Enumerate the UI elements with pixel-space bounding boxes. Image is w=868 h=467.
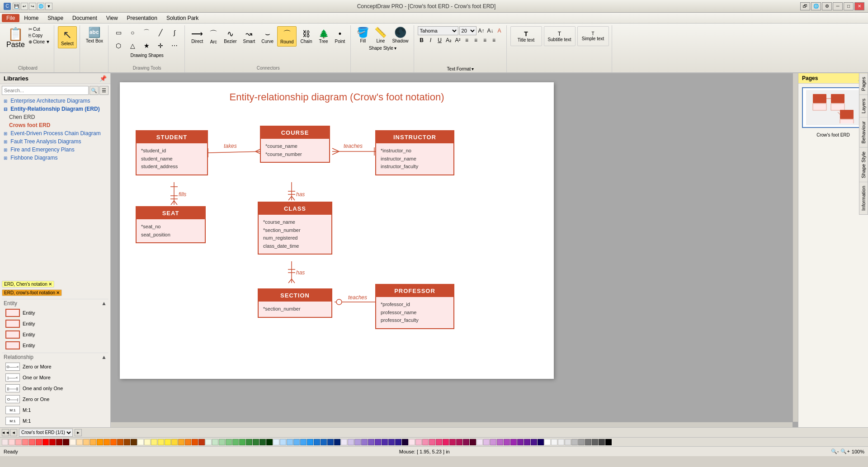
color-swatch[interactable] xyxy=(131,439,137,445)
close-btn[interactable]: ✕ xyxy=(854,2,864,10)
color-swatch[interactable] xyxy=(314,439,320,445)
arc-tool[interactable]: ⌒ xyxy=(140,26,153,39)
color-swatch[interactable] xyxy=(334,439,340,445)
sidebar-item-chen[interactable]: Chen ERD xyxy=(0,113,110,121)
color-swatch[interactable] xyxy=(395,439,401,445)
cut-button[interactable]: ✂ Cut xyxy=(28,26,51,32)
color-swatch[interactable] xyxy=(375,439,381,445)
font-select[interactable]: Tahoma xyxy=(418,26,458,35)
shape-entity-3[interactable]: Entity xyxy=(2,329,108,340)
page-thumbnail[interactable] xyxy=(802,87,864,128)
redo-icon[interactable]: ↪ xyxy=(29,3,36,10)
color-swatch[interactable] xyxy=(551,439,557,445)
color-swatch[interactable] xyxy=(97,439,103,445)
horizontal-scrollbar[interactable] xyxy=(111,422,793,427)
color-swatch[interactable] xyxy=(293,439,300,445)
internet-btn[interactable]: 🌐 xyxy=(811,2,821,10)
page-prev-btn[interactable]: ◄ xyxy=(10,429,17,436)
menu-shape[interactable]: Shape xyxy=(43,14,68,22)
drawing-shapes-btn[interactable]: Drawing Shapes xyxy=(112,53,182,58)
color-swatch[interactable] xyxy=(544,439,551,445)
curve-tool[interactable]: ∫ xyxy=(168,26,181,39)
color-swatch[interactable] xyxy=(429,439,435,445)
shape-entity-1[interactable]: Entity xyxy=(2,307,108,318)
color-swatch[interactable] xyxy=(29,439,35,445)
tree-button[interactable]: 🌲 Tree xyxy=(316,27,331,46)
sidebar-item-enterprise[interactable]: ⊞ Enterprise Architecture Diagrams xyxy=(0,97,110,105)
menu-view[interactable]: View xyxy=(102,14,123,22)
color-swatch[interactable] xyxy=(287,439,293,445)
sidebar-item-fault[interactable]: ⊞ Fault Tree Analysis Diagrams xyxy=(0,137,110,146)
point-button[interactable]: • Point xyxy=(332,28,348,46)
color-swatch[interactable] xyxy=(205,439,212,445)
bezier-button[interactable]: ∿ Bezier xyxy=(221,27,239,46)
color-swatch[interactable] xyxy=(22,439,28,445)
color-swatch[interactable] xyxy=(422,439,429,445)
direct-button[interactable]: ⟶ Direct xyxy=(189,27,206,46)
poly-tool[interactable]: ⬡ xyxy=(112,39,125,52)
align-center-icon[interactable]: ≡ xyxy=(472,36,480,44)
vertical-scrollbar[interactable] xyxy=(793,73,798,422)
menu-solution-park[interactable]: Solution Park xyxy=(162,14,203,22)
tag-close-icon[interactable]: ✕ xyxy=(56,290,60,295)
view-toggle-button[interactable]: ☰ xyxy=(99,86,108,95)
tab-pages[interactable]: Pages xyxy=(859,73,868,95)
entity-seat[interactable]: SEAT *seat_no seat_position xyxy=(136,206,206,243)
tag-close-icon[interactable]: ✕ xyxy=(48,282,52,287)
sidebar-pin-icon[interactable]: 📌 xyxy=(99,75,107,82)
shape-one-and-only[interactable]: ||——|| One and only One xyxy=(2,383,108,394)
color-swatch[interactable] xyxy=(605,439,612,445)
smart-button[interactable]: ↝ Smart xyxy=(241,27,258,46)
paste-button[interactable]: 📋 Paste xyxy=(5,26,27,51)
rect-tool[interactable]: ▭ xyxy=(112,26,125,39)
color-swatch[interactable] xyxy=(368,439,374,445)
color-swatch[interactable] xyxy=(239,439,245,445)
select-button[interactable]: ↖ Select xyxy=(58,26,77,48)
maximize-btn[interactable]: □ xyxy=(844,2,854,10)
color-swatch[interactable] xyxy=(456,439,462,445)
shape-zero-or-more[interactable]: O——< Zero or More xyxy=(2,361,108,372)
color-swatch[interactable] xyxy=(273,439,279,445)
color-swatch[interactable] xyxy=(517,439,524,445)
down-icon[interactable]: ▼ xyxy=(45,3,52,10)
color-swatch[interactable] xyxy=(90,439,96,445)
zoom-in-btn[interactable]: 🔍+ xyxy=(840,448,849,454)
color-swatch[interactable] xyxy=(49,439,56,445)
color-swatch[interactable] xyxy=(246,439,252,445)
color-swatch[interactable] xyxy=(388,439,395,445)
italic-icon[interactable]: I xyxy=(427,36,435,44)
color-swatch[interactable] xyxy=(354,439,361,445)
color-swatch[interactable] xyxy=(321,439,327,445)
color-swatch[interactable] xyxy=(402,439,408,445)
color-swatch[interactable] xyxy=(83,439,90,445)
color-swatch[interactable] xyxy=(341,439,347,445)
color-swatch[interactable] xyxy=(300,439,307,445)
color-swatch[interactable] xyxy=(504,439,510,445)
color-swatch[interactable] xyxy=(470,439,476,445)
browser-icon[interactable]: 🌐 xyxy=(37,3,44,10)
relationship-section-header[interactable]: Relationship ▲ xyxy=(2,353,108,361)
menu-presentation[interactable]: Presentation xyxy=(123,14,162,22)
line-button[interactable]: 📏 Line xyxy=(372,26,389,45)
subscript-icon[interactable]: A₂ xyxy=(445,36,453,44)
chain-button[interactable]: ⛓ Chain xyxy=(297,28,315,46)
sidebar-item-fishbone[interactable]: ⊞ Fishbone Diagrams xyxy=(0,154,110,162)
color-swatch[interactable] xyxy=(327,439,334,445)
color-swatch[interactable] xyxy=(490,439,496,445)
color-swatch[interactable] xyxy=(538,439,544,445)
sidebar-item-edpc[interactable]: ⊞ Event-Driven Process Chain Diagram xyxy=(0,129,110,137)
tab-layers[interactable]: Layers xyxy=(859,95,868,118)
page-next-btn[interactable]: ► xyxy=(75,429,82,436)
entity-professor[interactable]: PROFESSOR *professor_id professor_name p… xyxy=(375,284,454,329)
zoom-out-btn[interactable]: 🔍- xyxy=(831,448,839,454)
search-button[interactable]: 🔍 xyxy=(90,86,99,95)
align-left-icon[interactable]: ≡ xyxy=(463,36,471,44)
tab-behaviour[interactable]: Behaviour xyxy=(859,118,868,148)
shadow-button[interactable]: 🌑 Shadow xyxy=(390,26,410,45)
entity-section[interactable]: SECTION *section_number xyxy=(258,288,332,318)
color-swatch[interactable] xyxy=(382,439,388,445)
undo-icon[interactable]: ↩ xyxy=(21,3,28,10)
arc-button[interactable]: ⌒ Arc xyxy=(207,27,220,46)
entity-student[interactable]: STUDENT *student_id student_name student… xyxy=(136,130,208,175)
shape-entity-4[interactable]: Entity xyxy=(2,340,108,351)
